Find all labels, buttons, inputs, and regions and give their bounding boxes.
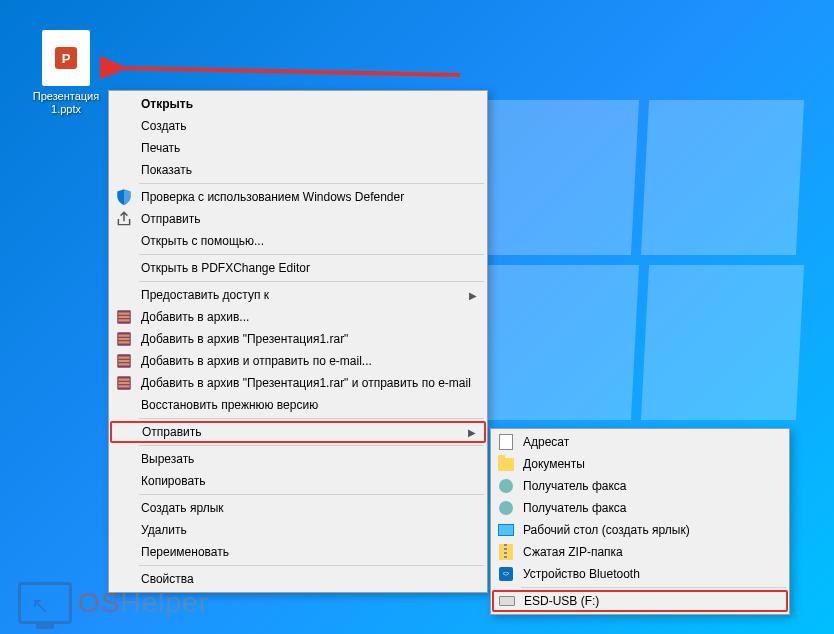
svg-rect-12 xyxy=(118,360,129,362)
menu-item-label: Открыть с помощью... xyxy=(141,234,264,248)
svg-rect-5 xyxy=(118,319,129,321)
menu-item[interactable]: Проверка с использованием Windows Defend… xyxy=(111,186,485,208)
menu-item[interactable]: Печать xyxy=(111,137,485,159)
menu-item-label: Переименовать xyxy=(141,545,229,559)
menu-separator xyxy=(139,565,484,566)
svg-rect-4 xyxy=(118,316,129,318)
menu-item[interactable]: Открыть в PDFXChange Editor xyxy=(111,257,485,279)
addr-icon xyxy=(497,433,515,451)
menu-item-label: Документы xyxy=(523,457,585,471)
menu-separator xyxy=(139,183,484,184)
rar-icon xyxy=(115,374,133,392)
menu-item-label: Получатель факса xyxy=(523,501,627,515)
menu-item[interactable]: Добавить в архив и отправить по e-mail..… xyxy=(111,350,485,372)
svg-rect-15 xyxy=(118,379,129,381)
menu-item[interactable]: Создать xyxy=(111,115,485,137)
desktop-file-label: Презентация 1.pptx xyxy=(28,90,104,116)
rar-icon xyxy=(115,330,133,348)
menu-item-label: Отправить xyxy=(142,425,202,439)
menu-item[interactable]: Копировать xyxy=(111,470,485,492)
menu-item-label: Открыть в PDFXChange Editor xyxy=(141,261,310,275)
context-menu: ОткрытьСоздатьПечатьПоказатьПроверка с и… xyxy=(108,90,488,593)
menu-item-label: Добавить в архив... xyxy=(141,310,249,324)
send-to-submenu: АдресатДокументыПолучатель факсаПолучате… xyxy=(490,428,790,615)
menu-item[interactable]: Показать xyxy=(111,159,485,181)
svg-rect-13 xyxy=(118,363,129,365)
powerpoint-file-icon: P xyxy=(42,30,90,86)
bt-icon: ⌔ xyxy=(497,565,515,583)
menu-item-label: Проверка с использованием Windows Defend… xyxy=(141,190,404,204)
menu-separator xyxy=(139,254,484,255)
menu-separator xyxy=(139,494,484,495)
menu-item[interactable]: Сжатая ZIP-папка xyxy=(493,541,787,563)
menu-item-label: Получатель факса xyxy=(523,479,627,493)
menu-item[interactable]: Добавить в архив "Презентация1.rar" и от… xyxy=(111,372,485,394)
annotation-arrow xyxy=(100,50,470,90)
menu-item[interactable]: ⌔Устройство Bluetooth xyxy=(493,563,787,585)
menu-item[interactable]: ESD-USB (F:) xyxy=(492,590,788,612)
menu-item-label: Адресат xyxy=(523,435,569,449)
desk-icon xyxy=(497,521,515,539)
menu-item-label: Восстановить прежнюю версию xyxy=(141,398,318,412)
menu-item[interactable]: Адресат xyxy=(493,431,787,453)
menu-item[interactable]: Создать ярлык xyxy=(111,497,485,519)
menu-separator xyxy=(521,587,786,588)
menu-item[interactable]: Добавить в архив "Презентация1.rar" xyxy=(111,328,485,350)
menu-item[interactable]: Переименовать xyxy=(111,541,485,563)
svg-rect-11 xyxy=(118,357,129,359)
menu-item[interactable]: Рабочий стол (создать ярлык) xyxy=(493,519,787,541)
menu-item-label: ESD-USB (F:) xyxy=(524,594,599,608)
menu-item-label: Удалить xyxy=(141,523,187,537)
menu-item-label: Показать xyxy=(141,163,192,177)
menu-item[interactable]: Удалить xyxy=(111,519,485,541)
menu-item[interactable]: Получатель факса xyxy=(493,497,787,519)
submenu-arrow-icon: ▶ xyxy=(468,427,476,438)
menu-item-label: Добавить в архив "Презентация1.rar" и от… xyxy=(141,376,471,390)
menu-item-label: Добавить в архив и отправить по e-mail..… xyxy=(141,354,372,368)
menu-separator xyxy=(139,445,484,446)
menu-item[interactable]: Отправить xyxy=(111,208,485,230)
rar-icon xyxy=(115,352,133,370)
menu-item[interactable]: Документы xyxy=(493,453,787,475)
menu-item-label: Вырезать xyxy=(141,452,194,466)
menu-item-label: Рабочий стол (создать ярлык) xyxy=(523,523,690,537)
watermark: ↖ OSHelper xyxy=(18,582,209,624)
desktop-file-icon[interactable]: P Презентация 1.pptx xyxy=(28,30,104,116)
menu-item-label: Предоставить доступ к xyxy=(141,288,269,302)
share-icon xyxy=(115,210,133,228)
menu-item[interactable]: Открыть с помощью... xyxy=(111,230,485,252)
menu-item-label: Отправить xyxy=(141,212,201,226)
menu-item[interactable]: Вырезать xyxy=(111,448,485,470)
svg-line-1 xyxy=(120,68,460,75)
menu-separator xyxy=(139,281,484,282)
menu-item[interactable]: Предоставить доступ к▶ xyxy=(111,284,485,306)
submenu-arrow-icon: ▶ xyxy=(469,290,477,301)
menu-item[interactable]: Восстановить прежнюю версию xyxy=(111,394,485,416)
shield-icon xyxy=(115,188,133,206)
menu-item-label: Открыть xyxy=(141,97,193,111)
powerpoint-badge: P xyxy=(55,47,77,69)
svg-rect-17 xyxy=(118,385,129,387)
zip-icon xyxy=(497,543,515,561)
menu-item-label: Сжатая ZIP-папка xyxy=(523,545,623,559)
rar-icon xyxy=(115,308,133,326)
menu-separator xyxy=(139,418,484,419)
svg-rect-16 xyxy=(118,382,129,384)
menu-item-label: Добавить в архив "Презентация1.rar" xyxy=(141,332,348,346)
svg-rect-3 xyxy=(118,313,129,315)
menu-item-label: Печать xyxy=(141,141,180,155)
watermark-os: OS xyxy=(78,587,120,618)
drive-icon xyxy=(498,592,516,610)
person-icon xyxy=(497,477,515,495)
menu-item-label: Устройство Bluetooth xyxy=(523,567,640,581)
menu-item[interactable]: Открыть xyxy=(111,93,485,115)
folder-icon xyxy=(497,455,515,473)
menu-item-label: Копировать xyxy=(141,474,206,488)
menu-item[interactable]: Добавить в архив... xyxy=(111,306,485,328)
menu-item[interactable]: Получатель факса xyxy=(493,475,787,497)
svg-rect-9 xyxy=(118,341,129,343)
menu-item[interactable]: Отправить▶ xyxy=(110,421,486,443)
svg-rect-7 xyxy=(118,335,129,337)
watermark-helper: Helper xyxy=(120,587,208,618)
menu-item-label: Создать xyxy=(141,119,187,133)
